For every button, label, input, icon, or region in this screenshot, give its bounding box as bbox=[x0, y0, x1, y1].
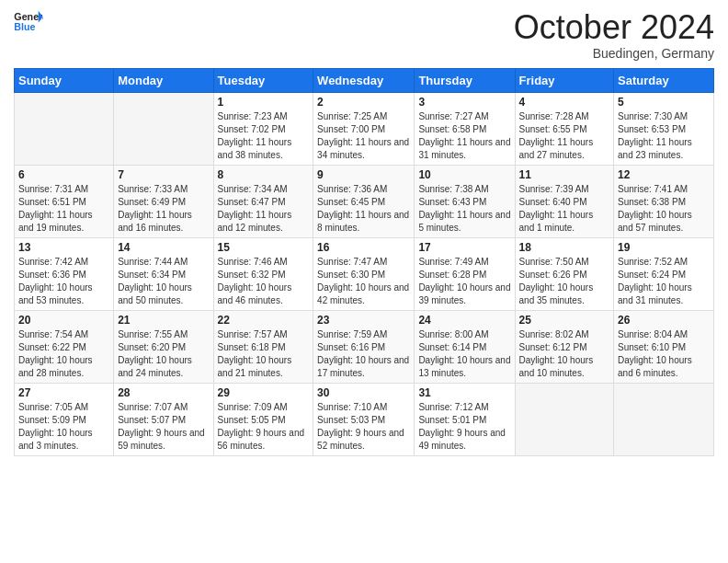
table-row: 15Sunrise: 7:46 AM Sunset: 6:32 PM Dayli… bbox=[213, 237, 313, 310]
day-number: 10 bbox=[418, 168, 510, 181]
calendar-week-row: 1Sunrise: 7:23 AM Sunset: 7:02 PM Daylig… bbox=[15, 92, 714, 165]
col-wednesday: Wednesday bbox=[313, 68, 415, 92]
table-row: 31Sunrise: 7:12 AM Sunset: 5:01 PM Dayli… bbox=[415, 383, 515, 455]
table-row: 23Sunrise: 7:59 AM Sunset: 6:16 PM Dayli… bbox=[313, 310, 415, 383]
day-number: 6 bbox=[18, 168, 109, 181]
col-saturday: Saturday bbox=[614, 68, 714, 92]
table-row: 12Sunrise: 7:41 AM Sunset: 6:38 PM Dayli… bbox=[614, 165, 714, 237]
cell-content: Sunrise: 7:36 AM Sunset: 6:45 PM Dayligh… bbox=[317, 183, 410, 235]
cell-content: Sunrise: 7:27 AM Sunset: 6:58 PM Dayligh… bbox=[418, 110, 510, 162]
table-row: 4Sunrise: 7:28 AM Sunset: 6:55 PM Daylig… bbox=[515, 92, 614, 165]
day-number: 5 bbox=[618, 96, 710, 109]
table-row: 10Sunrise: 7:38 AM Sunset: 6:43 PM Dayli… bbox=[415, 165, 515, 237]
day-number: 18 bbox=[519, 241, 610, 254]
day-number: 3 bbox=[418, 96, 510, 109]
day-number: 4 bbox=[519, 96, 610, 109]
cell-content: Sunrise: 7:55 AM Sunset: 6:20 PM Dayligh… bbox=[118, 328, 209, 380]
day-number: 28 bbox=[118, 386, 209, 399]
calendar-week-row: 27Sunrise: 7:05 AM Sunset: 5:09 PM Dayli… bbox=[15, 383, 714, 455]
col-friday: Friday bbox=[515, 68, 614, 92]
cell-content: Sunrise: 7:49 AM Sunset: 6:28 PM Dayligh… bbox=[418, 256, 510, 307]
cell-content: Sunrise: 8:04 AM Sunset: 6:10 PM Dayligh… bbox=[618, 328, 710, 380]
cell-content: Sunrise: 7:07 AM Sunset: 5:07 PM Dayligh… bbox=[118, 401, 209, 453]
day-number: 30 bbox=[317, 386, 410, 399]
table-row: 21Sunrise: 7:55 AM Sunset: 6:20 PM Dayli… bbox=[114, 310, 213, 383]
location: Buedingen, Germany bbox=[514, 46, 714, 61]
calendar-header-row: Sunday Monday Tuesday Wednesday Thursday… bbox=[15, 68, 714, 92]
day-number: 12 bbox=[618, 168, 710, 181]
day-number: 21 bbox=[118, 314, 209, 327]
table-row: 22Sunrise: 7:57 AM Sunset: 6:18 PM Dayli… bbox=[213, 310, 313, 383]
day-number: 13 bbox=[18, 241, 109, 254]
cell-content: Sunrise: 7:28 AM Sunset: 6:55 PM Dayligh… bbox=[519, 110, 610, 162]
table-row: 7Sunrise: 7:33 AM Sunset: 6:49 PM Daylig… bbox=[114, 165, 213, 237]
table-row bbox=[614, 383, 714, 455]
month-title: October 2024 bbox=[514, 9, 714, 46]
col-monday: Monday bbox=[114, 68, 213, 92]
cell-content: Sunrise: 7:05 AM Sunset: 5:09 PM Dayligh… bbox=[18, 401, 109, 453]
cell-content: Sunrise: 7:30 AM Sunset: 6:53 PM Dayligh… bbox=[618, 110, 710, 162]
day-number: 1 bbox=[218, 96, 310, 109]
table-row: 13Sunrise: 7:42 AM Sunset: 6:36 PM Dayli… bbox=[15, 237, 114, 310]
cell-content: Sunrise: 8:02 AM Sunset: 6:12 PM Dayligh… bbox=[519, 328, 610, 380]
cell-content: Sunrise: 7:47 AM Sunset: 6:30 PM Dayligh… bbox=[317, 256, 410, 307]
svg-text:Blue: Blue bbox=[14, 21, 35, 32]
day-number: 2 bbox=[317, 96, 410, 109]
day-number: 11 bbox=[519, 168, 610, 181]
table-row: 25Sunrise: 8:02 AM Sunset: 6:12 PM Dayli… bbox=[515, 310, 614, 383]
cell-content: Sunrise: 7:31 AM Sunset: 6:51 PM Dayligh… bbox=[18, 183, 109, 235]
cell-content: Sunrise: 7:39 AM Sunset: 6:40 PM Dayligh… bbox=[519, 183, 610, 235]
table-row bbox=[114, 92, 213, 165]
cell-content: Sunrise: 7:44 AM Sunset: 6:34 PM Dayligh… bbox=[118, 256, 209, 307]
cell-content: Sunrise: 7:54 AM Sunset: 6:22 PM Dayligh… bbox=[18, 328, 109, 380]
day-number: 23 bbox=[317, 314, 410, 327]
cell-content: Sunrise: 7:33 AM Sunset: 6:49 PM Dayligh… bbox=[118, 183, 209, 235]
title-block: October 2024 Buedingen, Germany bbox=[514, 9, 714, 61]
col-sunday: Sunday bbox=[15, 68, 114, 92]
cell-content: Sunrise: 7:34 AM Sunset: 6:47 PM Dayligh… bbox=[218, 183, 310, 235]
day-number: 22 bbox=[218, 314, 310, 327]
cell-content: Sunrise: 7:52 AM Sunset: 6:24 PM Dayligh… bbox=[618, 256, 710, 307]
table-row: 16Sunrise: 7:47 AM Sunset: 6:30 PM Dayli… bbox=[313, 237, 415, 310]
cell-content: Sunrise: 7:59 AM Sunset: 6:16 PM Dayligh… bbox=[317, 328, 410, 380]
cell-content: Sunrise: 7:46 AM Sunset: 6:32 PM Dayligh… bbox=[218, 256, 310, 307]
cell-content: Sunrise: 7:50 AM Sunset: 6:26 PM Dayligh… bbox=[519, 256, 610, 307]
cell-content: Sunrise: 7:42 AM Sunset: 6:36 PM Dayligh… bbox=[18, 256, 109, 307]
day-number: 15 bbox=[218, 241, 310, 254]
table-row: 18Sunrise: 7:50 AM Sunset: 6:26 PM Dayli… bbox=[515, 237, 614, 310]
cell-content: Sunrise: 7:23 AM Sunset: 7:02 PM Dayligh… bbox=[218, 110, 310, 162]
day-number: 19 bbox=[618, 241, 710, 254]
cell-content: Sunrise: 7:12 AM Sunset: 5:01 PM Dayligh… bbox=[418, 401, 510, 453]
logo-icon: General Blue bbox=[14, 9, 43, 35]
day-number: 14 bbox=[118, 241, 209, 254]
table-row bbox=[15, 92, 114, 165]
calendar-week-row: 13Sunrise: 7:42 AM Sunset: 6:36 PM Dayli… bbox=[15, 237, 714, 310]
cell-content: Sunrise: 7:10 AM Sunset: 5:03 PM Dayligh… bbox=[317, 401, 410, 453]
table-row: 20Sunrise: 7:54 AM Sunset: 6:22 PM Dayli… bbox=[15, 310, 114, 383]
day-number: 20 bbox=[18, 314, 109, 327]
table-row: 5Sunrise: 7:30 AM Sunset: 6:53 PM Daylig… bbox=[614, 92, 714, 165]
day-number: 17 bbox=[418, 241, 510, 254]
cell-content: Sunrise: 7:25 AM Sunset: 7:00 PM Dayligh… bbox=[317, 110, 410, 162]
table-row: 26Sunrise: 8:04 AM Sunset: 6:10 PM Dayli… bbox=[614, 310, 714, 383]
calendar: Sunday Monday Tuesday Wednesday Thursday… bbox=[14, 68, 714, 456]
day-number: 24 bbox=[418, 314, 510, 327]
table-row: 19Sunrise: 7:52 AM Sunset: 6:24 PM Dayli… bbox=[614, 237, 714, 310]
day-number: 8 bbox=[218, 168, 310, 181]
table-row: 27Sunrise: 7:05 AM Sunset: 5:09 PM Dayli… bbox=[15, 383, 114, 455]
table-row: 30Sunrise: 7:10 AM Sunset: 5:03 PM Dayli… bbox=[313, 383, 415, 455]
day-number: 9 bbox=[317, 168, 410, 181]
day-number: 29 bbox=[218, 386, 310, 399]
header: General Blue October 2024 Buedingen, Ger… bbox=[14, 9, 714, 61]
table-row: 2Sunrise: 7:25 AM Sunset: 7:00 PM Daylig… bbox=[313, 92, 415, 165]
cell-content: Sunrise: 7:38 AM Sunset: 6:43 PM Dayligh… bbox=[418, 183, 510, 235]
day-number: 7 bbox=[118, 168, 209, 181]
table-row: 11Sunrise: 7:39 AM Sunset: 6:40 PM Dayli… bbox=[515, 165, 614, 237]
table-row: 1Sunrise: 7:23 AM Sunset: 7:02 PM Daylig… bbox=[213, 92, 313, 165]
table-row bbox=[515, 383, 614, 455]
table-row: 17Sunrise: 7:49 AM Sunset: 6:28 PM Dayli… bbox=[415, 237, 515, 310]
calendar-week-row: 20Sunrise: 7:54 AM Sunset: 6:22 PM Dayli… bbox=[15, 310, 714, 383]
table-row: 29Sunrise: 7:09 AM Sunset: 5:05 PM Dayli… bbox=[213, 383, 313, 455]
cell-content: Sunrise: 7:09 AM Sunset: 5:05 PM Dayligh… bbox=[218, 401, 310, 453]
table-row: 8Sunrise: 7:34 AM Sunset: 6:47 PM Daylig… bbox=[213, 165, 313, 237]
